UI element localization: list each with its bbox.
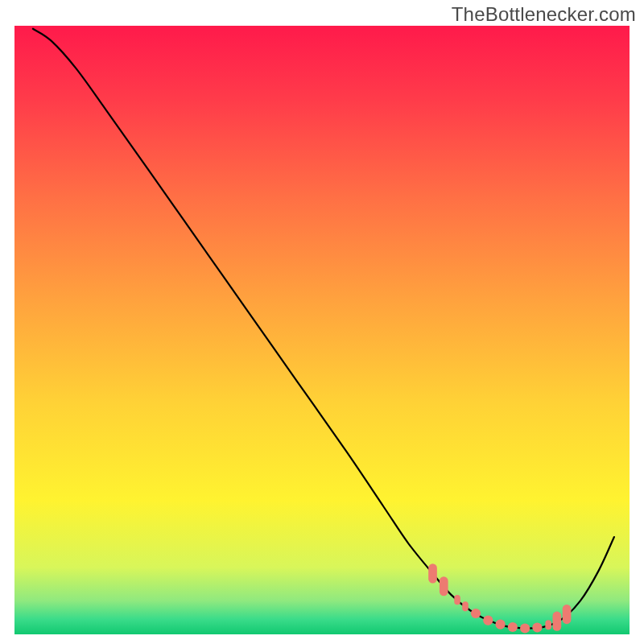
valley-marker [454, 595, 460, 605]
valley-marker [440, 576, 448, 596]
valley-marker [508, 622, 518, 632]
valley-marker [471, 609, 481, 618]
valley-marker [462, 601, 469, 611]
valley-marker [553, 612, 562, 631]
valley-marker [483, 616, 493, 625]
watermark-text: TheBottlenecker.com [452, 3, 636, 26]
valley-marker [428, 564, 437, 583]
valley-marker [545, 620, 551, 630]
chart-frame: TheBottlenecker.com [0, 0, 644, 644]
valley-marker [520, 623, 530, 633]
chart-svg [0, 0, 644, 644]
valley-marker [532, 622, 542, 632]
plot-background [14, 26, 630, 634]
valley-marker [563, 605, 572, 624]
valley-marker [495, 620, 505, 630]
